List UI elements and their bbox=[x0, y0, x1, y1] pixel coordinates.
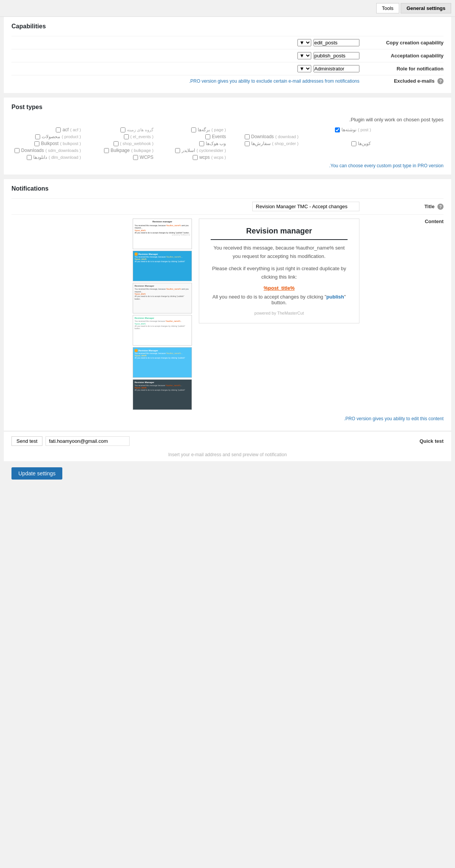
publish-word: publish bbox=[327, 294, 344, 300]
posttype-checkbox-shoporder[interactable] bbox=[245, 141, 250, 146]
quick-test-row: Send test fati.hoamyoon@gmail.com Quick … bbox=[4, 431, 451, 450]
posttype-checkbox-wcps-label[interactable] bbox=[133, 155, 138, 160]
posttype-checkbox-coupon[interactable] bbox=[351, 141, 356, 146]
posttype-checkbox-product[interactable] bbox=[35, 134, 40, 139]
posttype-item: گروه های زمینه bbox=[84, 127, 154, 132]
posttype-item: کوپن‌ها bbox=[302, 141, 371, 146]
acceptation-left: ▼ publish_posts bbox=[11, 52, 359, 59]
posttype-item bbox=[374, 134, 444, 139]
excluded-left: .PRO version gives you ability to exclud… bbox=[11, 78, 359, 84]
posttype-checkbox-webhook[interactable] bbox=[199, 141, 204, 146]
posttype-checkbox-wcps[interactable] bbox=[193, 155, 198, 160]
email-template-1[interactable]: Revision manager You received this messa… bbox=[133, 219, 192, 249]
posttype-item: ( acf ) acf bbox=[11, 127, 81, 132]
preview-body2: Please check if everything is just right… bbox=[211, 264, 348, 281]
preview-link[interactable]: %post_title% bbox=[211, 285, 348, 291]
excluded-label: Excluded e-mails ? bbox=[359, 78, 444, 84]
posttype-item: ( sdm_downloads ) Downloads bbox=[11, 148, 81, 153]
posttype-item: ( cycloneslider ) اسلایدر bbox=[156, 148, 226, 153]
preview-title: Revision manager bbox=[211, 227, 348, 240]
email-templates-list: Revision manager You received this messa… bbox=[133, 219, 192, 410]
role-select[interactable]: ▼ bbox=[297, 65, 311, 72]
pro-edit-link[interactable]: .PRO version gives you ability to edit t… bbox=[11, 416, 444, 421]
posttype-item: وب هوک‌ها bbox=[156, 141, 226, 146]
notif-title-label: Title bbox=[424, 204, 435, 209]
send-test-button[interactable]: Send test bbox=[11, 436, 42, 446]
role-left: ▼ Administrator bbox=[11, 65, 359, 72]
excluded-link[interactable]: .PRO version gives you ability to exclud… bbox=[189, 78, 359, 84]
posttype-item: ( page ) برگه‌ها bbox=[156, 127, 226, 132]
notifications-section: Notifications Revision Manager TMC - Acc… bbox=[4, 179, 451, 431]
posttype-grid: ( acf ) acf گروه های زمینه ( page ) برگه… bbox=[11, 127, 444, 160]
email-template-4[interactable]: Revision Manager You received this messa… bbox=[133, 315, 192, 346]
posttype-checkbox-acf[interactable] bbox=[56, 127, 61, 132]
posttype-item bbox=[374, 155, 444, 160]
posttype-item: WCPS bbox=[84, 155, 154, 160]
quick-test-hint: Insert your e-mail address and send prev… bbox=[4, 450, 451, 461]
posttype-item bbox=[374, 148, 444, 153]
posttype-item bbox=[374, 141, 444, 146]
posttype-checkbox-elevents[interactable] bbox=[124, 134, 129, 139]
acceptation-select[interactable]: ▼ bbox=[297, 52, 311, 59]
preview-publish: All you need to do is to accept changes … bbox=[211, 294, 348, 305]
role-notification-row: ▼ Administrator Role for notification bbox=[11, 62, 444, 75]
email-template-2[interactable]: Revision Manager You received this messa… bbox=[133, 251, 192, 281]
email-template-6[interactable]: Revision Manager You received this messa… bbox=[133, 379, 192, 410]
info-icon: ? bbox=[437, 78, 444, 84]
posttype-item: ( el_events ) bbox=[84, 134, 154, 139]
copy-creation-select[interactable]: ▼ bbox=[297, 39, 311, 46]
tools-tab[interactable]: Tools bbox=[376, 3, 399, 13]
role-input[interactable]: Administrator bbox=[314, 65, 359, 72]
notifications-title: Notifications bbox=[11, 185, 444, 192]
copy-creation-row: ▼ edit_posts Copy creation capability bbox=[11, 36, 444, 49]
preview-body1: You received this message, because %auth… bbox=[211, 244, 348, 261]
acceptation-label: Acceptation capability bbox=[359, 53, 444, 59]
posttype-checkbox-bulkpage[interactable] bbox=[104, 148, 109, 153]
top-bar: Tools General settings bbox=[0, 0, 455, 17]
notif-title-info-icon: ? bbox=[437, 204, 444, 210]
content-label: Content bbox=[425, 219, 444, 224]
posttype-checkbox-events[interactable] bbox=[205, 134, 210, 139]
posttype-checkbox-bulkpost[interactable] bbox=[34, 141, 39, 146]
posttype-checkbox-page[interactable] bbox=[191, 127, 196, 132]
posttype-item bbox=[302, 155, 371, 160]
posttype-item bbox=[229, 155, 299, 160]
posttype-checkbox-sdmdownloads[interactable] bbox=[15, 148, 20, 153]
posttype-item bbox=[229, 148, 299, 153]
pro-posttype-link[interactable]: .You can choose every custom post type i… bbox=[11, 163, 444, 168]
email-template-5[interactable]: Revision Manager You received this messa… bbox=[133, 347, 192, 378]
preview-footer: powered by TheMasterCut bbox=[211, 311, 348, 315]
posttype-item: ( download ) Downloads bbox=[229, 134, 299, 139]
acceptation-input[interactable]: publish_posts bbox=[314, 52, 359, 59]
posttype-item: ( post ) نوشته‌ها bbox=[302, 127, 371, 132]
posttype-item: ( dlm_download ) دانلود‌ها bbox=[11, 155, 81, 160]
posttype-checkbox-dlm[interactable] bbox=[27, 155, 32, 160]
posttype-checkbox-shopwebhook[interactable] bbox=[114, 141, 119, 146]
notif-title-input[interactable]: Revision Manager TMC - Accept changes bbox=[252, 202, 359, 211]
acceptation-row: ▼ publish_posts Acceptation capability bbox=[11, 49, 444, 62]
capabilities-title: Capabilities bbox=[11, 23, 444, 30]
posttypes-section: Post types .Plugin will only work on cho… bbox=[4, 98, 451, 175]
general-settings-tab[interactable]: General settings bbox=[401, 3, 451, 13]
copy-creation-input[interactable]: edit_posts bbox=[314, 39, 359, 46]
copy-creation-left: ▼ edit_posts bbox=[11, 39, 359, 46]
posttype-checkbox-post[interactable] bbox=[335, 127, 340, 132]
copy-creation-label: Copy creation capability bbox=[359, 40, 444, 46]
posttype-item: ( product ) محصولات bbox=[11, 134, 81, 139]
posttype-item: ( wcps ) wcps bbox=[156, 155, 226, 160]
posttype-item: ( shop_order ) سفارش‌ها bbox=[229, 141, 299, 146]
notif-content-row: Revision manager You received this messa… bbox=[11, 214, 444, 414]
posttype-item bbox=[302, 148, 371, 153]
quick-test-email-input[interactable]: fati.hoamyoon@gmail.com bbox=[46, 436, 130, 446]
update-settings-button[interactable]: Update settings bbox=[11, 467, 62, 480]
email-preview-panel: Revision manager You received this messa… bbox=[199, 219, 359, 323]
posttype-checkbox-download[interactable] bbox=[245, 134, 250, 139]
posttype-item: Events bbox=[156, 134, 226, 139]
capabilities-section: Capabilities ▼ edit_posts Copy creation … bbox=[4, 17, 451, 93]
posttype-checkbox-group[interactable] bbox=[120, 127, 125, 132]
posttype-item: ( bulkpost ) Bulkpost bbox=[11, 141, 81, 146]
email-template-3[interactable]: Revision Manager You received this messa… bbox=[133, 283, 192, 313]
posttype-item: ( shop_webhook ) bbox=[84, 141, 154, 146]
posttype-item bbox=[229, 127, 299, 132]
posttype-checkbox-cyclone[interactable] bbox=[175, 148, 180, 153]
